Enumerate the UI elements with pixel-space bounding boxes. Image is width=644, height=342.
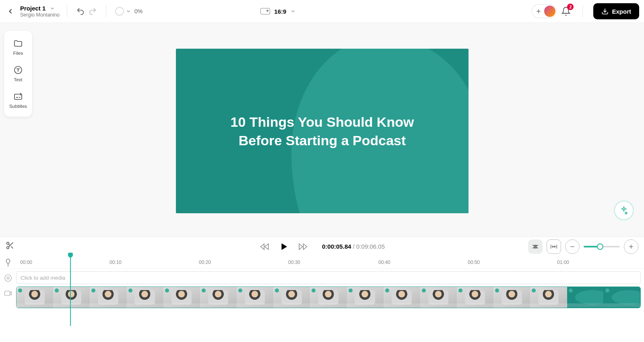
preview-line2: Before Starting a Podcast	[239, 133, 406, 148]
ruler-mark: 00:20	[199, 260, 211, 265]
svg-point-8	[7, 246, 9, 249]
export-button[interactable]: Export	[593, 3, 639, 19]
ai-sparkle-button[interactable]	[614, 200, 634, 220]
play-icon	[279, 242, 288, 251]
sidebar-item-label: Subtitles	[9, 104, 27, 109]
project-info: Project 1 Sergio Montanino	[20, 5, 60, 18]
zoom-thumb[interactable]	[597, 243, 603, 250]
svg-marker-13	[265, 244, 268, 249]
chevron-left-icon	[6, 7, 14, 15]
svg-marker-15	[299, 244, 303, 249]
header-right: 2 Export	[532, 3, 639, 19]
ruler-mark: 00:30	[288, 260, 300, 265]
time-separator: /	[351, 243, 357, 250]
fit-icon	[550, 243, 558, 250]
preview-line1: 10 Things You Should Know	[231, 114, 414, 130]
svg-point-22	[7, 277, 9, 279]
sidebar: Files Text Subtitles	[4, 31, 32, 117]
video-lane-icon[interactable]	[4, 289, 12, 298]
total-time: 0:09:06.05	[356, 243, 385, 250]
project-owner: Sergio Montanino	[20, 12, 60, 18]
aspect-ratio-icon	[260, 8, 270, 14]
minus-icon	[569, 243, 576, 250]
time-display: 0:00:05.84 / 0:09:06.05	[322, 243, 385, 250]
plus-icon	[535, 8, 542, 14]
sidebar-item-label: Text	[14, 77, 22, 82]
fast-forward-icon	[297, 242, 308, 251]
svg-point-21	[5, 275, 12, 282]
add-media-placeholder: Click to add media	[21, 275, 65, 281]
svg-line-11	[8, 244, 10, 245]
project-title[interactable]: Project 1	[20, 5, 45, 12]
chevron-down-icon[interactable]	[126, 8, 131, 14]
sidebar-item-subtitles[interactable]: Subtitles	[4, 87, 32, 113]
sparkle-icon	[619, 206, 628, 215]
svg-rect-23	[5, 291, 10, 296]
redo-icon	[88, 7, 97, 16]
playback-controls: 0:00:05.84 / 0:09:06.05	[259, 242, 385, 251]
preview-title: 10 Things You Should Know Before Startin…	[176, 113, 469, 150]
avatar[interactable]	[544, 6, 555, 17]
play-button[interactable]	[279, 242, 288, 251]
split-button[interactable]	[6, 241, 17, 252]
divider	[582, 5, 583, 17]
audio-waveform	[17, 303, 640, 307]
zoom-out-button[interactable]	[565, 239, 580, 254]
divider	[67, 5, 67, 17]
rewind-icon	[259, 242, 270, 251]
current-time: 0:00:05.84	[322, 243, 351, 250]
zoom-in-button[interactable]	[624, 239, 638, 254]
playback-bar: 0:00:05.84 / 0:09:06.05	[0, 237, 644, 256]
notifications-button[interactable]: 2	[560, 5, 572, 17]
undo-icon	[76, 7, 85, 16]
timeline-ruler[interactable]: 00:0000:1000:2000:3000:4000:5001:00	[0, 256, 644, 269]
chevron-down-icon[interactable]	[50, 6, 55, 11]
rewind-button[interactable]	[259, 242, 270, 251]
add-media-lane[interactable]: Click to add media	[16, 271, 641, 284]
video-track[interactable]	[16, 286, 641, 308]
video-preview[interactable]: 10 Things You Should Know Before Startin…	[176, 49, 469, 213]
playback-right-tools	[528, 239, 638, 254]
subtitles-icon	[13, 92, 23, 101]
sidebar-item-text[interactable]: Text	[4, 60, 32, 87]
ruler-mark: 00:10	[109, 260, 122, 265]
fit-button[interactable]	[547, 239, 561, 254]
text-icon	[13, 65, 23, 75]
collaborators[interactable]	[532, 4, 557, 18]
back-button[interactable]	[5, 6, 16, 17]
svg-line-10	[11, 246, 13, 248]
divider	[106, 5, 106, 17]
plus-icon	[628, 243, 634, 250]
timeline: 00:0000:1000:2000:3000:4000:5001:00 Clic…	[0, 256, 644, 342]
progress-indicator[interactable]	[114, 5, 126, 17]
svg-marker-16	[303, 244, 307, 249]
progress-circle-icon	[115, 7, 124, 16]
redo-button[interactable]	[87, 5, 99, 17]
snap-button[interactable]	[528, 239, 543, 254]
ruler-mark: 00:40	[378, 260, 390, 265]
top-header: Project 1 Sergio Montanino 0% 16:9 2	[0, 0, 644, 23]
aspect-ratio-label: 16:9	[274, 8, 286, 15]
zoom-slider[interactable]	[584, 246, 620, 247]
ruler-mark: 00:50	[468, 260, 480, 265]
progress-percent: 0%	[134, 8, 142, 14]
chevron-down-icon	[290, 8, 296, 14]
export-label: Export	[612, 8, 631, 15]
ruler-mark: 01:00	[557, 260, 569, 265]
aspect-ratio-selector[interactable]: 16:9	[260, 8, 296, 15]
folder-icon	[13, 39, 23, 48]
undo-button[interactable]	[74, 5, 87, 17]
svg-marker-14	[282, 243, 287, 250]
layer-icon[interactable]	[4, 274, 12, 282]
scissors-icon	[6, 241, 14, 250]
ruler-mark: 00:00	[20, 260, 32, 265]
sidebar-item-label: Files	[13, 51, 23, 56]
notification-badge: 2	[567, 4, 574, 10]
svg-marker-12	[261, 244, 264, 249]
playhead[interactable]	[70, 253, 71, 326]
fast-forward-button[interactable]	[297, 242, 308, 251]
add-collaborator-button[interactable]	[533, 6, 544, 17]
svg-point-7	[7, 242, 9, 244]
download-icon	[601, 8, 609, 15]
sidebar-item-files[interactable]: Files	[4, 34, 32, 60]
